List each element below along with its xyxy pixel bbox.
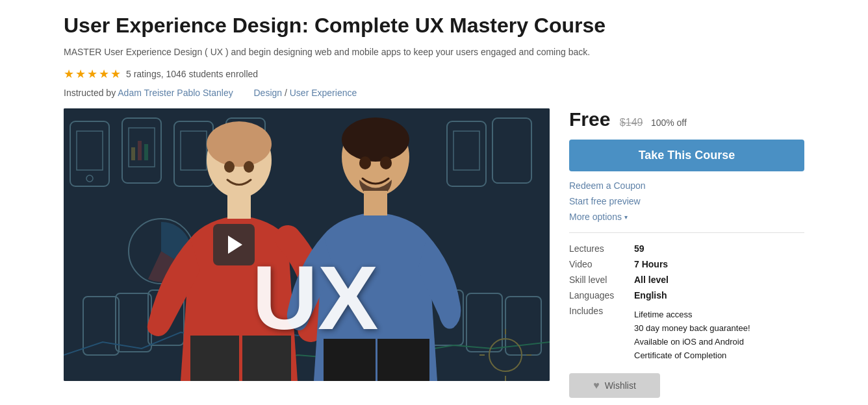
detail-lectures: Lectures 59 [569, 243, 804, 254]
svg-point-32 [244, 161, 254, 173]
course-details: Lectures 59 Video 7 Hours Skill level Al… [569, 243, 804, 362]
star-rating: ★ ★ ★ ★ ★ [64, 67, 121, 81]
detail-skill: Skill level All level [569, 275, 804, 285]
price-section: Free $149 100% off [569, 108, 804, 130]
star-2: ★ [75, 67, 86, 81]
video-container[interactable]: UX [64, 108, 550, 381]
instructor-adam[interactable]: Adam Treister Pablo Stanley [118, 88, 233, 98]
category-separator: / [285, 88, 290, 98]
star-3: ★ [87, 67, 97, 81]
svg-point-39 [380, 156, 392, 169]
instructor-row: Instructed by Adam Treister Pablo Stanle… [64, 88, 804, 98]
divider [569, 232, 804, 233]
includes-certificate: Certificate of Completion [634, 349, 750, 363]
svg-rect-29 [190, 336, 239, 381]
svg-rect-37 [377, 339, 429, 381]
more-options-dropdown[interactable]: More options ▾ [569, 212, 804, 222]
lectures-label: Lectures [569, 243, 628, 254]
svg-rect-35 [364, 191, 387, 215]
play-icon [228, 236, 242, 254]
lectures-value: 59 [634, 243, 645, 254]
video-label: Video [569, 259, 628, 269]
category-ux[interactable]: User Experience [290, 88, 357, 98]
redeem-coupon-link[interactable]: Redeem a Coupon [569, 180, 804, 191]
video-value: 7 Hours [634, 259, 668, 269]
more-options-label: More options [569, 212, 622, 222]
svg-point-27 [207, 121, 272, 167]
detail-languages: Languages English [569, 290, 804, 301]
svg-point-31 [224, 161, 235, 173]
svg-rect-28 [227, 193, 251, 219]
play-button[interactable] [213, 224, 255, 265]
includes-money-back: 30 day money back guarantee! [634, 322, 750, 336]
skill-value: All level [634, 275, 669, 285]
wishlist-label: Wishlist [605, 380, 636, 391]
video-background: UX [64, 108, 550, 381]
price-original: $149 [620, 117, 643, 128]
main-content: UX Free $149 100% off Take This Course R… [64, 108, 804, 397]
languages-label: Languages [569, 290, 628, 301]
rating-count: 5 ratings, 1046 students enrolled [126, 69, 258, 79]
includes-section: Lifetime access 30 day money back guaran… [634, 308, 750, 362]
star-4: ★ [99, 67, 109, 81]
course-title: User Experience Design: Complete UX Mast… [64, 13, 804, 38]
star-1: ★ [64, 67, 74, 81]
includes-mobile: Available on iOS and Android [634, 336, 750, 349]
detail-includes: Includes Lifetime access 30 day money ba… [569, 306, 804, 362]
star-5: ★ [110, 67, 121, 81]
take-course-button[interactable]: Take This Course [569, 140, 804, 171]
skill-label: Skill level [569, 275, 628, 285]
price-free: Free [569, 108, 610, 130]
languages-value: English [634, 290, 667, 301]
chevron-down-icon: ▾ [624, 214, 628, 221]
detail-video: Video 7 Hours [569, 259, 804, 269]
course-subtitle: MASTER User Experience Design ( UX ) and… [64, 45, 804, 59]
svg-text:UX: UX [252, 247, 378, 349]
includes-lifetime: Lifetime access [634, 308, 750, 322]
page-container: User Experience Design: Complete UX Mast… [44, 0, 824, 405]
rating-row: ★ ★ ★ ★ ★ 5 ratings, 1046 students enrol… [64, 67, 804, 81]
discount-text: 100% off [651, 117, 687, 128]
category-design[interactable]: Design [253, 88, 282, 98]
course-sidebar: Free $149 100% off Take This Course Rede… [569, 108, 804, 397]
includes-label: Includes [569, 306, 628, 362]
svg-point-38 [359, 156, 371, 169]
svg-point-34 [342, 117, 409, 162]
heart-icon: ♥ [593, 380, 600, 391]
wishlist-button[interactable]: ♥ Wishlist [569, 373, 660, 398]
start-preview-link[interactable]: Start free preview [569, 196, 804, 206]
instructed-by-label: Instructed by [64, 88, 116, 98]
